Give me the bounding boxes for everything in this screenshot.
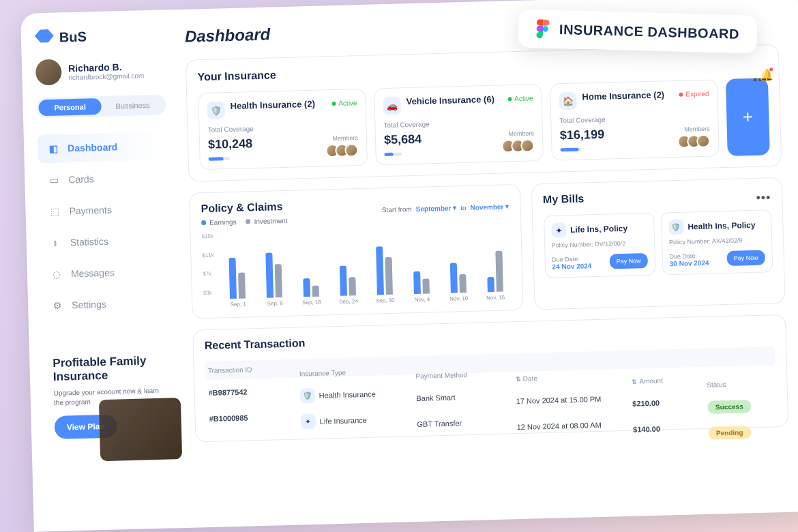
coverage-label: Total Coverage [383, 117, 533, 129]
chart-bar [450, 263, 458, 293]
tx-id: #B1000985 [209, 412, 300, 423]
policy-title: Policy & Claims [201, 201, 287, 215]
add-insurance-button[interactable]: + [726, 78, 770, 156]
nav-settings[interactable]: ⚙Settings [42, 288, 172, 320]
chart-bar-group: Sep, 18 [295, 240, 327, 306]
status-badge: Active [331, 99, 357, 107]
chart-legend: Earnings Investment [201, 217, 288, 226]
svg-point-0 [543, 26, 549, 32]
chart-bar [385, 257, 393, 295]
chart-bar [487, 277, 494, 292]
main-content: Dashboard Your Insurance ••• 🛡️Health In… [177, 0, 798, 528]
coverage-amount: $5,684 [384, 132, 422, 147]
brand-logo: BuS [35, 26, 165, 46]
tx-id: #B9877542 [208, 386, 299, 397]
tab-personal[interactable]: Personal [38, 98, 102, 116]
member-avatars [325, 143, 359, 158]
tx-type-icon: 🛡️ [299, 388, 315, 404]
my-bills-section: My Bills ••• ✦Life Ins, Policy Policy Nu… [531, 177, 785, 310]
account-tabs: Personal Bussiness [36, 94, 166, 118]
coverage-label: Total Coverage [207, 122, 357, 134]
your-insurance-section: Your Insurance ••• 🛡️Health Insurance (2… [186, 44, 782, 182]
settings-icon: ⚙ [51, 299, 63, 311]
nav-statistics[interactable]: ⫾Statistics [40, 225, 170, 257]
chart-x-label: Sep, 8 [267, 300, 282, 307]
chart-x-label: Nov, 4 [414, 296, 430, 303]
pay-now-button[interactable]: Pay Now [726, 250, 765, 266]
insurance-type-icon: 🛡️ [207, 101, 225, 119]
due-date: 30 Nov 2024 [670, 259, 709, 268]
tx-amount: $140.00 [633, 424, 708, 434]
user-block[interactable]: Richardo B. richardbrock@gmail.com [35, 56, 166, 85]
legend-dot-earnings [201, 220, 206, 225]
coverage-label: Total Coverage [559, 113, 709, 125]
notification-bell-icon[interactable]: 🔔 [760, 68, 772, 80]
messages-icon: ◌ [50, 268, 63, 280]
chart-x-label: Sep, 18 [302, 299, 321, 306]
promo-card: Profitable Family Insurance Upgrade your… [43, 344, 175, 449]
insurance-card[interactable]: 🏠Home Insurance (2) Expired Total Covera… [550, 79, 720, 160]
banner-text: INSURANCE DASHBOARD [559, 21, 739, 42]
chart-bar [423, 279, 430, 294]
nav-messages[interactable]: ◌Messages [40, 256, 171, 289]
bill-name: Life Ins, Policy [570, 224, 627, 235]
nav-cards[interactable]: ▭Cards [38, 162, 168, 194]
status-badge: Expired [679, 90, 709, 98]
chart-bar-group: Nov, 10 [441, 237, 474, 302]
tx-type: 🛡️Health Insurance [299, 385, 416, 403]
recent-transactions-section: Recent Transaction Transaction ID Insura… [192, 314, 788, 443]
nav-payments[interactable]: ⬚Payments [39, 194, 169, 226]
tab-business[interactable]: Bussiness [101, 97, 164, 115]
bill-icon: ✦ [551, 222, 567, 238]
chart-y-axis: $15k$11k$7k$3k [202, 233, 216, 296]
status-badge: Active [507, 94, 533, 102]
member-avatars [501, 138, 535, 153]
tx-date: 12 Nov 2024 at 08.00 AM [516, 420, 633, 431]
chart-bar-group: Nov, 16 [478, 235, 511, 301]
policy-claims-section: Policy & Claims Earnings Investment Star… [189, 184, 523, 319]
promo-title: Profitable Family Insurance [53, 354, 164, 385]
members-label: Members [677, 125, 710, 133]
promo-image [99, 398, 182, 461]
chart-bar [459, 274, 467, 293]
cards-icon: ▭ [48, 174, 60, 186]
chart-date-range: Start from September ▾ to November ▾ [382, 203, 509, 213]
chart-bar [495, 251, 503, 292]
end-month-select[interactable]: November ▾ [470, 203, 509, 211]
chart-x-label: Sep, 24 [339, 298, 358, 305]
start-month-select[interactable]: September ▾ [416, 204, 457, 213]
tx-status: Pending [708, 425, 775, 440]
insurance-card[interactable]: 🚗Vehicle Insurance (6) Active Total Cove… [374, 84, 544, 165]
sidebar: BuS Richardo B. richardbrock@gmail.com P… [20, 10, 191, 532]
chart-bar [349, 277, 357, 296]
dashboard-icon: ◧ [47, 143, 59, 155]
chart-bar-group: Nov, 4 [405, 237, 438, 303]
due-date: 24 Nov 2024 [552, 262, 591, 271]
chart-bar [376, 246, 384, 295]
chart-x-label: Sep, 30 [376, 297, 395, 304]
tx-method: GBT Transfer [417, 417, 516, 428]
progress-bar [560, 148, 581, 152]
tx-type-icon: ✦ [300, 414, 316, 430]
brand-icon [35, 29, 55, 46]
chart-bar [266, 253, 274, 298]
chart-bar [340, 266, 347, 296]
bills-more-icon[interactable]: ••• [756, 190, 771, 205]
members-label: Members [501, 130, 534, 137]
nav-dashboard[interactable]: ◧Dashboard [38, 131, 168, 163]
th-id: Transaction ID [208, 364, 299, 374]
bill-name: Health Ins, Policy [688, 220, 756, 232]
chart-x-label: Nov, 10 [449, 295, 468, 302]
coverage-amount: $10,248 [208, 136, 253, 152]
your-insurance-title: Your Insurance [197, 56, 767, 83]
insurance-card[interactable]: 🛡️Health Insurance (2) Active Total Cove… [198, 89, 368, 170]
pay-now-button[interactable]: Pay Now [609, 253, 648, 269]
chart-bar [413, 271, 421, 294]
insurance-name: Health Insurance (2) [230, 99, 315, 112]
insurance-name: Vehicle Insurance (6) [406, 94, 494, 107]
chart-bar [229, 258, 237, 299]
figma-banner: INSURANCE DASHBOARD [518, 9, 757, 53]
statistics-icon: ⫾ [50, 237, 62, 249]
tx-table: Transaction ID Insurance Type Payment Me… [205, 346, 776, 432]
tx-type: ✦Life Insurance [300, 411, 417, 429]
